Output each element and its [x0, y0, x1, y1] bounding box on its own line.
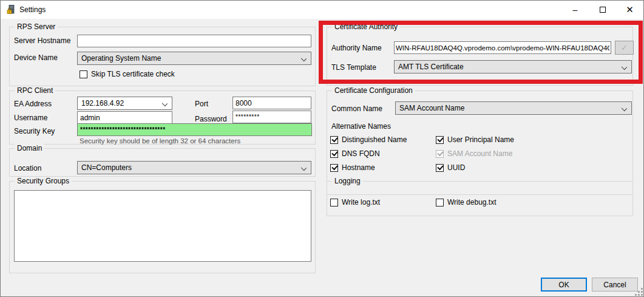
- cancel-button-label: Cancel: [603, 281, 626, 289]
- tls-template-label: TLS Template: [331, 63, 376, 72]
- write-debug-checkbox[interactable]: Write debug.txt: [436, 198, 496, 207]
- common-name-label: Common Name: [331, 104, 382, 113]
- settings-window: Settings – ✕ RPS Server Server Hostname …: [0, 0, 644, 297]
- ok-button-label: OK: [558, 281, 569, 289]
- security-key-input[interactable]: [77, 123, 312, 136]
- group-title: Logging: [332, 177, 363, 185]
- password-input[interactable]: [232, 111, 311, 123]
- username-input[interactable]: [77, 111, 172, 124]
- chevron-down-icon: [301, 56, 307, 61]
- username-label: Username: [14, 114, 47, 122]
- authority-name-input[interactable]: [394, 41, 611, 54]
- combobox-value: AMT TLS Certificate: [398, 63, 464, 71]
- skip-tls-checkbox[interactable]: Skip TLS certificate check: [80, 70, 175, 78]
- checkbox-box: [330, 164, 338, 172]
- checkbox-box: [330, 150, 338, 158]
- chevron-down-icon: [622, 106, 627, 111]
- security-groups-listbox[interactable]: [14, 190, 311, 262]
- server-hostname-input[interactable]: [77, 35, 311, 47]
- combobox-value: Operating System Name: [81, 54, 161, 63]
- group-title: Domain: [15, 144, 44, 152]
- cancel-button[interactable]: Cancel: [592, 278, 638, 292]
- combobox-value: CN=Computers: [81, 163, 132, 172]
- tls-template-combobox[interactable]: AMT TLS Certificate: [394, 60, 632, 73]
- alt-name-checkbox-hostname[interactable]: Hostname: [330, 163, 375, 172]
- server-lock-icon: [6, 5, 16, 15]
- checkbox-label: Hostname: [342, 163, 375, 172]
- chevron-down-icon: [622, 64, 627, 70]
- checkbox-label: Write log.txt: [342, 198, 380, 207]
- device-name-combobox[interactable]: Operating System Name: [77, 52, 311, 65]
- close-button[interactable]: ✕: [616, 1, 643, 19]
- resize-grip[interactable]: [635, 288, 643, 296]
- checkbox-box: [330, 136, 338, 144]
- check-icon: ✓: [621, 43, 628, 52]
- checkbox-box: [436, 150, 444, 158]
- server-hostname-label: Server Hostname: [14, 36, 70, 45]
- group-title: RPS Server: [15, 22, 58, 31]
- checkbox-box: [436, 136, 444, 144]
- alt-name-checkbox-sam-account-name: SAM Account Name: [436, 149, 512, 158]
- checkbox-box: [330, 199, 338, 207]
- checkbox-label: SAM Account Name: [447, 149, 512, 158]
- group-title: RPC Client: [15, 86, 55, 95]
- security-key-label: Security Key: [14, 127, 55, 135]
- dialog-client-area: RPS Server Server Hostname Device Name O…: [1, 19, 644, 297]
- common-name-combobox[interactable]: SAM Account Name: [395, 101, 632, 115]
- alt-name-checkbox-dns-fqdn[interactable]: DNS FQDN: [330, 149, 380, 158]
- group-certificate-authority: Certificate Authority: [327, 27, 633, 86]
- alternative-names-label: Alternative Names: [331, 122, 391, 131]
- ok-button[interactable]: OK: [541, 278, 587, 292]
- minimize-button[interactable]: –: [561, 1, 589, 19]
- alt-name-checkbox-user-principal-name[interactable]: User Principal Name: [436, 135, 514, 144]
- location-combobox[interactable]: CN=Computers: [77, 161, 311, 174]
- checkbox-label: DNS FQDN: [342, 149, 380, 158]
- titlebar: Settings – ✕: [1, 1, 643, 19]
- checkbox-box: [436, 199, 444, 207]
- checkbox-box: [436, 164, 444, 172]
- chevron-down-icon: [162, 101, 168, 106]
- combobox-value: SAM Account Name: [399, 104, 464, 112]
- checkbox-label: User Principal Name: [447, 135, 514, 144]
- device-name-label: Device Name: [14, 53, 58, 62]
- combobox-value: 192.168.4.92: [81, 99, 124, 108]
- password-label: Password: [195, 115, 227, 123]
- group-title: Certificate Configuration: [332, 86, 415, 95]
- window-title: Settings: [19, 5, 46, 14]
- checkbox-box: [80, 70, 87, 78]
- verify-ca-button[interactable]: ✓: [615, 41, 634, 55]
- ea-address-combobox[interactable]: 192.168.4.92: [77, 97, 172, 110]
- alt-name-checkbox-distinguished-name[interactable]: Distinguished Name: [330, 135, 407, 144]
- chevron-down-icon: [301, 165, 307, 171]
- ea-address-label: EA Address: [14, 100, 52, 108]
- alt-name-checkbox-uuid[interactable]: UUID: [436, 163, 465, 172]
- maximize-button[interactable]: [589, 1, 616, 19]
- checkbox-label: Skip TLS certificate check: [91, 70, 175, 78]
- port-label: Port: [195, 100, 208, 108]
- group-title: Certificate Authority: [332, 22, 400, 31]
- maximize-icon: [600, 7, 606, 13]
- write-log-checkbox[interactable]: Write log.txt: [330, 198, 380, 207]
- checkbox-label: Write debug.txt: [447, 198, 496, 207]
- checkbox-label: UUID: [447, 163, 465, 172]
- checkbox-label: Distinguished Name: [342, 135, 407, 144]
- group-title: Security Groups: [15, 177, 72, 185]
- location-label: Location: [14, 164, 41, 172]
- authority-name-label: Authority Name: [331, 44, 382, 52]
- port-input[interactable]: [232, 97, 311, 109]
- security-key-hint: Security key should be of length 32 or 6…: [80, 137, 240, 145]
